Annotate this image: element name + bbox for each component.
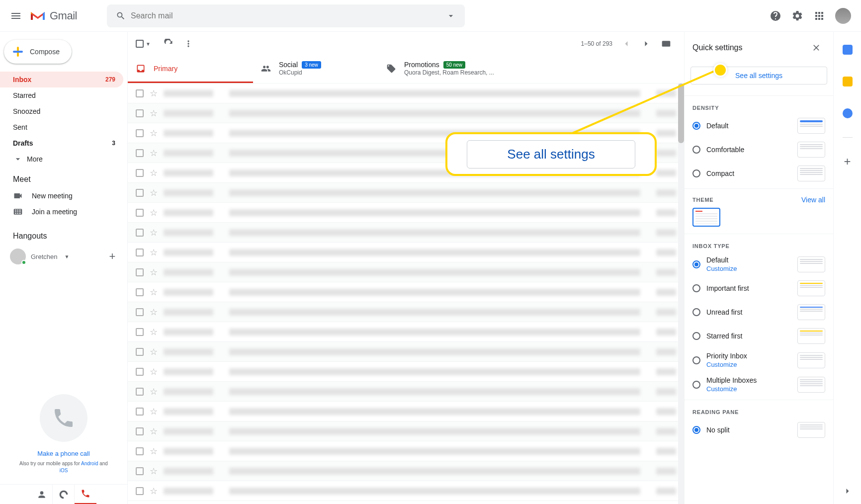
star-icon[interactable]: ☆ — [150, 247, 158, 258]
apps-button[interactable] — [809, 6, 829, 26]
mail-row[interactable]: ☆ — [128, 243, 684, 262]
row-checkbox[interactable] — [136, 348, 144, 356]
next-page-button[interactable] — [636, 34, 656, 54]
mail-row[interactable]: ☆ — [128, 84, 684, 103]
row-checkbox[interactable] — [136, 427, 144, 435]
mail-row[interactable]: ☆ — [128, 362, 684, 382]
tab-primary[interactable]: Primary — [128, 56, 253, 83]
theme-thumbnail[interactable] — [692, 208, 720, 227]
mail-row[interactable]: ☆ — [128, 342, 684, 362]
mail-row[interactable]: ☆ — [128, 441, 684, 461]
mail-row[interactable]: ☆ — [128, 103, 684, 123]
mail-row[interactable]: ☆ — [128, 461, 684, 481]
theme-view-all-link[interactable]: View all — [801, 196, 825, 204]
prev-page-button[interactable] — [616, 34, 636, 54]
hangouts-user-row[interactable]: Gretchen ▼ + — [0, 245, 127, 268]
row-checkbox[interactable] — [136, 328, 144, 336]
row-checkbox[interactable] — [136, 467, 144, 475]
inbox-type-important[interactable]: Important first — [685, 276, 833, 300]
footer-contacts-button[interactable] — [31, 485, 53, 504]
meet-join-meeting[interactable]: Join a meeting — [0, 204, 127, 220]
star-icon[interactable]: ☆ — [150, 307, 158, 318]
search-icon[interactable] — [111, 6, 131, 26]
star-icon[interactable]: ☆ — [150, 327, 158, 337]
input-tools-button[interactable] — [656, 34, 676, 54]
star-icon[interactable]: ☆ — [150, 187, 158, 198]
mail-row[interactable]: ☆ — [128, 402, 684, 421]
star-icon[interactable]: ☆ — [150, 128, 158, 139]
density-option-comfortable[interactable]: Comfortable — [685, 138, 833, 162]
sidebar-item-snoozed[interactable]: Snoozed — [0, 103, 123, 119]
gmail-logo[interactable]: Gmail — [30, 9, 77, 22]
select-all-checkbox[interactable] — [136, 40, 144, 48]
make-phone-call-link[interactable]: Make a phone call — [37, 450, 90, 457]
mail-row[interactable]: ☆ — [128, 183, 684, 203]
star-icon[interactable]: ☆ — [150, 466, 158, 477]
row-checkbox[interactable] — [136, 249, 144, 256]
mail-row[interactable]: ☆ — [128, 382, 684, 402]
mail-row[interactable]: ☆ — [128, 203, 684, 223]
sidebar-item-sent[interactable]: Sent — [0, 119, 123, 135]
scrollbar-thumb[interactable] — [678, 84, 684, 143]
sidebar-item-drafts[interactable]: Drafts 3 — [0, 135, 123, 151]
density-option-compact[interactable]: Compact — [685, 162, 833, 185]
main-scrollbar[interactable] — [678, 84, 684, 504]
customize-link[interactable]: Customize — [706, 265, 791, 272]
star-icon[interactable]: ☆ — [150, 227, 158, 238]
row-checkbox[interactable] — [136, 169, 144, 177]
row-checkbox[interactable] — [136, 129, 144, 137]
row-checkbox[interactable] — [136, 408, 144, 416]
close-button[interactable] — [807, 39, 825, 57]
mail-row[interactable]: ☆ — [128, 481, 684, 501]
search-options-button[interactable] — [441, 6, 461, 26]
calendar-addon-button[interactable] — [838, 40, 858, 60]
tab-social[interactable]: Social 3 new OkCupid — [253, 56, 378, 83]
inbox-type-unread[interactable]: Unread first — [685, 300, 833, 324]
ios-link[interactable]: iOS — [60, 468, 68, 473]
row-checkbox[interactable] — [136, 89, 144, 97]
star-icon[interactable]: ☆ — [150, 386, 158, 397]
search-bar[interactable] — [107, 4, 465, 27]
tasks-addon-button[interactable] — [838, 103, 858, 123]
more-actions-button[interactable] — [178, 34, 198, 54]
customize-link[interactable]: Customize — [706, 361, 791, 368]
android-link[interactable]: Android — [81, 461, 98, 466]
star-icon[interactable]: ☆ — [150, 287, 158, 298]
row-checkbox[interactable] — [136, 308, 144, 316]
mail-row[interactable]: ☆ — [128, 322, 684, 342]
main-menu-button[interactable] — [4, 4, 28, 28]
density-option-default[interactable]: Default — [685, 114, 833, 138]
inbox-type-starred[interactable]: Starred first — [685, 324, 833, 348]
get-addons-button[interactable]: + — [838, 152, 858, 171]
reading-pane-no-split[interactable]: No split — [685, 418, 833, 442]
collapse-panel-button[interactable] — [843, 486, 853, 496]
row-checkbox[interactable] — [136, 229, 144, 237]
row-checkbox[interactable] — [136, 368, 144, 376]
star-icon[interactable]: ☆ — [150, 406, 158, 417]
star-icon[interactable]: ☆ — [150, 207, 158, 218]
footer-hangouts-button[interactable] — [53, 485, 75, 504]
compose-button[interactable]: Compose — [4, 40, 72, 64]
mail-row[interactable]: ☆ — [128, 421, 684, 441]
star-icon[interactable]: ☆ — [150, 168, 158, 178]
row-checkbox[interactable] — [136, 209, 144, 217]
inbox-type-multiple[interactable]: Multiple Inboxes Customize — [685, 372, 833, 397]
row-checkbox[interactable] — [136, 288, 144, 296]
chevron-down-icon[interactable]: ▼ — [64, 254, 69, 259]
row-checkbox[interactable] — [136, 447, 144, 455]
sidebar-item-inbox[interactable]: Inbox 279 — [0, 72, 123, 87]
theme-row[interactable] — [685, 204, 833, 231]
see-all-settings-button[interactable]: See all settings — [690, 67, 827, 84]
search-input[interactable] — [131, 4, 441, 27]
settings-button[interactable] — [787, 6, 807, 26]
row-checkbox[interactable] — [136, 268, 144, 276]
star-icon[interactable]: ☆ — [150, 486, 158, 497]
account-avatar[interactable] — [835, 8, 851, 24]
star-icon[interactable]: ☆ — [150, 366, 158, 377]
sidebar-more-button[interactable]: More — [0, 151, 127, 167]
refresh-button[interactable] — [159, 34, 178, 54]
row-checkbox[interactable] — [136, 109, 144, 117]
star-icon[interactable]: ☆ — [150, 267, 158, 278]
select-options-caret[interactable]: ▼ — [146, 41, 151, 47]
star-icon[interactable]: ☆ — [150, 108, 158, 119]
